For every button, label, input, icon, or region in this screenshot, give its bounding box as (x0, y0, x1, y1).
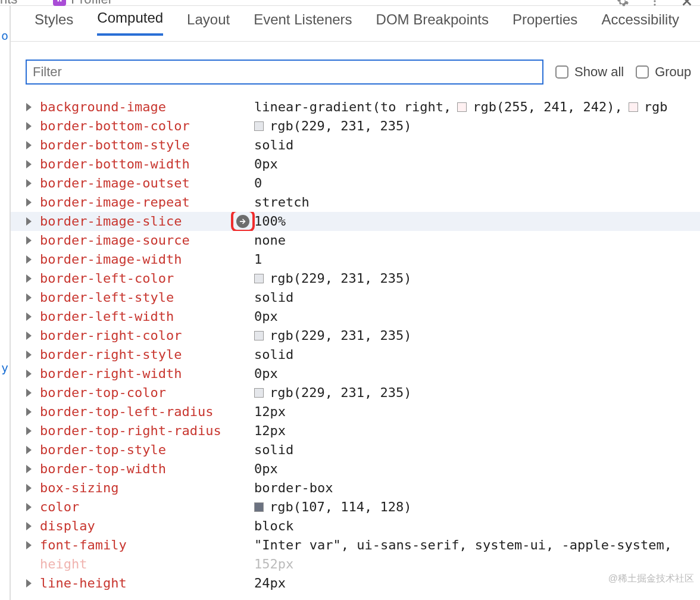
computed-property-row[interactable]: border-top-stylesolid (11, 440, 700, 460)
computed-property-row[interactable]: border-image-repeatstretch (11, 193, 700, 212)
computed-property-row[interactable]: border-top-right-radius12px (11, 421, 700, 440)
computed-property-row[interactable]: colorrgb(107, 114, 128) (11, 498, 700, 517)
property-value: 0px (254, 155, 278, 174)
property-value: 12px (254, 402, 286, 421)
property-value: none (254, 231, 286, 250)
svg-point-1 (654, 0, 655, 2)
computed-property-row[interactable]: border-top-colorrgb(229, 231, 235) (11, 383, 700, 402)
property-name: border-bottom-color (40, 117, 254, 136)
computed-property-row[interactable]: displayblock (11, 517, 700, 536)
computed-property-row[interactable]: background-imagelinear-gradient(to right… (11, 98, 700, 117)
color-swatch-icon[interactable] (254, 121, 264, 131)
expand-triangle-icon[interactable] (26, 179, 32, 188)
property-value: rgb(229, 231, 235) (254, 383, 411, 402)
tab-layout[interactable]: Layout (187, 11, 230, 35)
computed-property-row[interactable]: border-image-sourcenone (11, 231, 700, 250)
expand-triangle-icon[interactable] (26, 389, 32, 397)
computed-property-row[interactable]: border-bottom-stylesolid (11, 136, 700, 155)
expand-triangle-icon[interactable] (26, 503, 32, 511)
goto-source-icon[interactable] (235, 213, 251, 230)
property-value: 152px (254, 555, 293, 574)
expand-triangle-icon[interactable] (26, 236, 32, 245)
expand-triangle-icon[interactable] (26, 465, 32, 473)
gear-icon[interactable] (615, 0, 630, 8)
expand-triangle-icon[interactable] (26, 541, 32, 549)
tab-dom-breakpoints[interactable]: DOM Breakpoints (376, 11, 489, 35)
tab-computed[interactable]: Computed (97, 10, 163, 36)
expand-triangle-icon[interactable] (26, 217, 32, 226)
computed-property-row[interactable]: border-right-colorrgb(229, 231, 235) (11, 326, 700, 345)
color-swatch-icon[interactable] (254, 502, 264, 512)
property-name: border-left-color (40, 269, 254, 288)
property-name: border-top-left-radius (40, 402, 254, 421)
expand-triangle-icon[interactable] (26, 312, 32, 321)
expand-triangle-icon[interactable] (26, 522, 32, 530)
computed-property-row[interactable]: border-left-colorrgb(229, 231, 235) (11, 269, 700, 288)
computed-property-row[interactable]: border-top-width0px (11, 460, 700, 479)
computed-property-row[interactable]: height152px (11, 555, 700, 574)
color-swatch-icon[interactable] (629, 102, 638, 112)
tab-accessibility[interactable]: Accessibility (601, 11, 679, 35)
close-icon[interactable] (680, 0, 694, 8)
expand-triangle-icon[interactable] (26, 351, 32, 359)
computed-property-row[interactable]: border-image-slice100% (11, 212, 700, 231)
expand-triangle-icon[interactable] (26, 141, 32, 149)
expand-triangle-icon[interactable] (26, 160, 32, 168)
property-value: "Inter var", ui-sans-serif, system-ui, -… (254, 536, 672, 555)
color-swatch-icon[interactable] (254, 274, 264, 283)
expand-triangle-icon[interactable] (26, 370, 32, 378)
property-name: box-sizing (40, 479, 254, 498)
color-swatch-icon[interactable] (254, 331, 264, 340)
profiler-tab-fragment[interactable]: Profiler (53, 0, 112, 7)
expand-triangle-icon[interactable] (26, 293, 32, 302)
computed-property-row[interactable]: border-right-width0px (11, 364, 700, 383)
expand-triangle-icon[interactable] (26, 122, 32, 130)
property-name: display (40, 517, 254, 536)
expand-triangle-icon[interactable] (26, 255, 32, 264)
computed-property-row[interactable]: border-image-outset0 (11, 174, 700, 193)
computed-property-row[interactable]: line-height24px (11, 574, 700, 593)
property-name: border-image-outset (40, 174, 254, 193)
property-name: border-top-color (40, 383, 254, 402)
computed-properties-list: background-imagelinear-gradient(to right… (11, 90, 700, 593)
profiler-icon (53, 0, 66, 6)
expand-triangle-icon[interactable] (26, 427, 32, 435)
color-swatch-icon[interactable] (457, 102, 467, 112)
property-name: border-image-repeat (40, 193, 254, 212)
computed-property-row[interactable]: border-image-width1 (11, 250, 700, 269)
computed-property-row[interactable]: border-top-left-radius12px (11, 402, 700, 421)
expand-triangle-icon[interactable] (26, 198, 32, 207)
group-checkbox[interactable] (636, 65, 649, 79)
computed-property-row[interactable]: border-bottom-width0px (11, 155, 700, 174)
property-name: border-image-slice (40, 212, 254, 231)
expand-triangle-icon[interactable] (26, 103, 32, 111)
property-name: border-image-source (40, 231, 254, 250)
expand-triangle-icon[interactable] (26, 408, 32, 416)
watermark-text: @稀土掘金技术社区 (608, 573, 694, 585)
expand-triangle-icon[interactable] (26, 579, 32, 588)
kebab-menu-icon[interactable] (648, 0, 662, 8)
computed-property-row[interactable]: font-family"Inter var", ui-sans-serif, s… (11, 536, 700, 555)
expand-triangle-icon[interactable] (26, 484, 32, 492)
computed-property-row[interactable]: border-left-stylesolid (11, 288, 700, 307)
computed-property-row[interactable]: border-right-stylesolid (11, 345, 700, 364)
computed-property-row[interactable]: box-sizingborder-box (11, 479, 700, 498)
left-fragment-a: to (0, 29, 8, 43)
computed-property-row[interactable]: border-left-width0px (11, 307, 700, 326)
tab-event-listeners[interactable]: Event Listeners (254, 11, 352, 35)
show-all-checkbox[interactable] (555, 65, 568, 79)
property-name: border-right-color (40, 326, 254, 345)
expand-triangle-icon[interactable] (26, 274, 32, 283)
computed-property-row[interactable]: border-bottom-colorrgb(229, 231, 235) (11, 117, 700, 136)
property-name: border-bottom-style (40, 136, 254, 155)
property-name: border-image-width (40, 250, 254, 269)
property-value: stretch (254, 193, 310, 212)
tab-properties[interactable]: Properties (512, 11, 577, 35)
expand-triangle-icon[interactable] (26, 446, 32, 454)
left-pane-fragment: to ty (0, 6, 11, 600)
property-value: solid (254, 288, 293, 307)
expand-triangle-icon[interactable] (26, 332, 32, 340)
tab-styles[interactable]: Styles (35, 11, 73, 35)
filter-input[interactable] (26, 60, 543, 85)
color-swatch-icon[interactable] (254, 388, 264, 398)
